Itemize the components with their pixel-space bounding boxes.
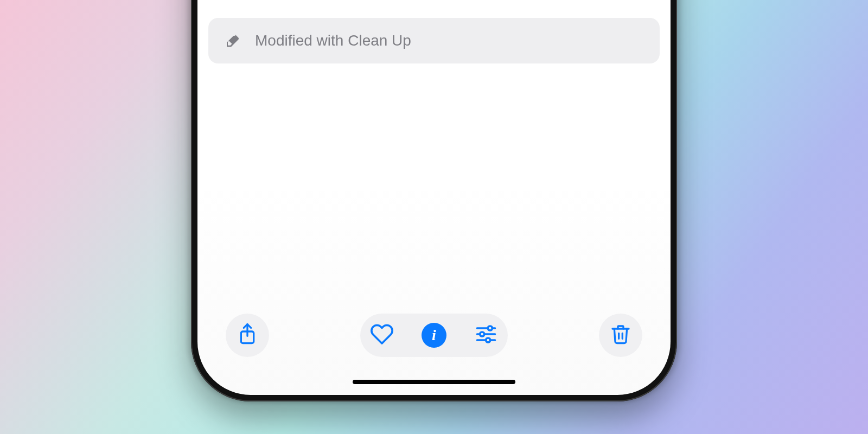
modification-label: Modified with Clean Up: [255, 32, 411, 49]
delete-button[interactable]: [599, 314, 642, 357]
bottom-toolbar: i: [197, 314, 671, 357]
modification-card: Modified with Clean Up: [208, 18, 660, 63]
heart-icon: [370, 322, 394, 348]
home-indicator[interactable]: [353, 380, 515, 384]
trash-icon: [610, 322, 631, 348]
info-icon: i: [422, 323, 446, 348]
phone-frame: Apple iPhone 15 Pro Max HEIF Main Camera…: [191, 0, 677, 401]
eraser-icon: [224, 32, 241, 49]
adjust-button[interactable]: [472, 322, 500, 348]
sliders-icon: [474, 322, 498, 348]
share-icon: [237, 322, 258, 348]
info-button[interactable]: i: [420, 323, 448, 348]
screen: Apple iPhone 15 Pro Max HEIF Main Camera…: [197, 0, 671, 395]
svg-point-4: [480, 332, 484, 336]
svg-point-2: [488, 326, 492, 330]
favorite-button[interactable]: [368, 322, 396, 348]
center-toolbar-pill: i: [360, 314, 508, 357]
share-button[interactable]: [226, 314, 269, 357]
svg-point-6: [486, 338, 490, 342]
